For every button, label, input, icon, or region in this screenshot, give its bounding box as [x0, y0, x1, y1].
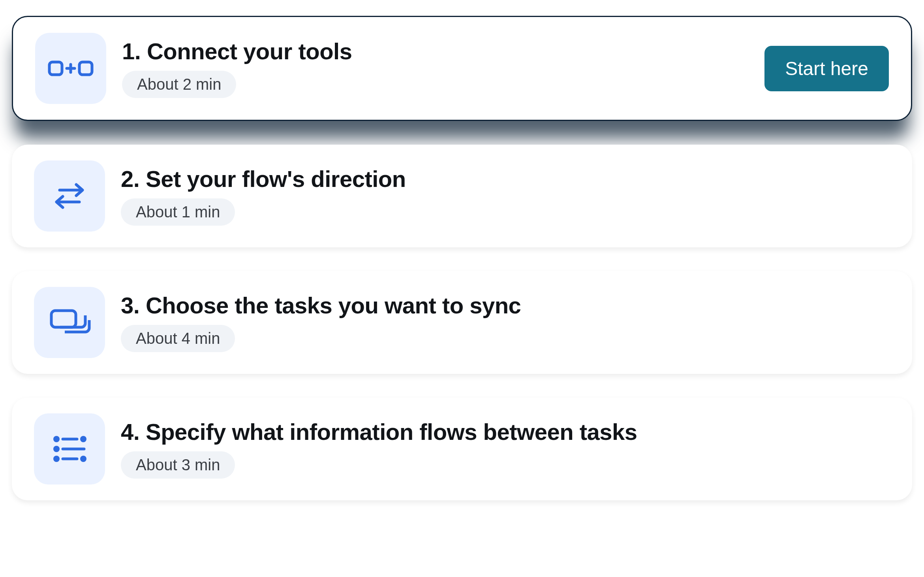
onboarding-step-card[interactable]: 4. Specify what information flows betwee…: [12, 398, 912, 500]
svg-point-11: [80, 456, 86, 462]
flow-direction-icon: [34, 160, 105, 232]
information-flow-icon: [34, 413, 105, 485]
connect-tools-icon: [35, 33, 106, 104]
step-title: 3. Choose the tasks you want to sync: [121, 293, 521, 318]
step-body: 2. Set your flow's direction About 1 min: [121, 166, 890, 226]
step-title: 4. Specify what information flows betwee…: [121, 419, 637, 445]
step-title: 2. Set your flow's direction: [121, 166, 406, 192]
step-duration-pill: About 2 min: [122, 71, 236, 98]
onboarding-step-card[interactable]: 2. Set your flow's direction About 1 min: [12, 145, 912, 247]
onboarding-step-list: 1. Connect your tools About 2 min Start …: [12, 16, 912, 500]
step-duration-pill: About 4 min: [121, 325, 235, 352]
step-duration-pill: About 1 min: [121, 198, 235, 226]
step-duration-pill: About 3 min: [121, 451, 235, 479]
step-body: 3. Choose the tasks you want to sync Abo…: [121, 293, 890, 353]
onboarding-step-card[interactable]: 1. Connect your tools About 2 min Start …: [12, 16, 912, 121]
svg-rect-0: [49, 62, 62, 75]
start-here-button[interactable]: Start here: [764, 46, 889, 91]
svg-point-10: [80, 436, 86, 442]
svg-point-9: [53, 456, 60, 462]
step-body: 4. Specify what information flows betwee…: [121, 419, 890, 479]
step-body: 1. Connect your tools About 2 min: [122, 39, 749, 98]
tasks-sync-icon: [34, 287, 105, 358]
svg-point-8: [53, 446, 60, 452]
onboarding-step-card[interactable]: 3. Choose the tasks you want to sync Abo…: [12, 271, 912, 374]
svg-point-7: [53, 436, 60, 442]
step-title: 1. Connect your tools: [122, 39, 352, 64]
svg-rect-1: [79, 62, 92, 75]
svg-rect-6: [51, 311, 76, 327]
